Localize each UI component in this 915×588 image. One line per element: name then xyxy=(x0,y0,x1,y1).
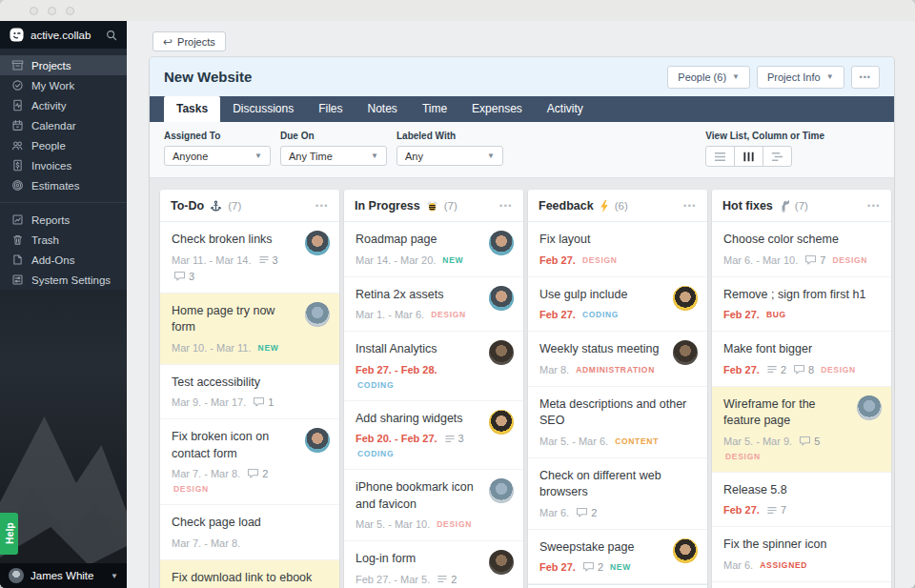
board-column-hot-fixes: Hot fixes(7)•••Choose color schemeMar 6.… xyxy=(712,190,891,588)
task-card[interactable]: iPhone bookmark icon and faviconMar 5. -… xyxy=(344,470,523,541)
task-meta: Mar 8.ADMINISTRATION xyxy=(539,364,663,375)
task-title: iPhone bookmark icon and favicon xyxy=(356,479,479,513)
sidebar-item-activity[interactable]: Activity xyxy=(0,95,127,115)
project-info-button[interactable]: Project Info▼ xyxy=(757,66,844,89)
task-card[interactable]: Remove ; sign from first h1Feb 27.BUG xyxy=(712,277,891,333)
sidebar-item-people[interactable]: People xyxy=(0,135,127,155)
sidebar-item-add-ons[interactable]: Add-Ons xyxy=(0,250,127,270)
task-meta: Mar 7. - Mar 8.2DESIGN xyxy=(172,468,295,494)
avatar xyxy=(305,231,330,255)
task-card[interactable]: Log-in formFeb 27. - Mar 5.2CODING xyxy=(344,541,523,588)
task-card[interactable]: Fix layoutFeb 27.DESIGN xyxy=(528,222,707,277)
task-card[interactable]: Weekly status meetingMar 8.ADMINISTRATIO… xyxy=(528,332,707,387)
user-menu[interactable]: James White ▼ xyxy=(0,563,127,588)
settings-icon xyxy=(11,274,24,286)
main-content: ↩ Projects New Website People (6)▼ Proje… xyxy=(127,21,915,588)
task-title: Add sharing widgets xyxy=(356,411,479,428)
back-to-projects-button[interactable]: ↩ Projects xyxy=(152,31,226,51)
task-card[interactable]: Install AnalyticsFeb 27. - Feb 28.CODING xyxy=(344,332,523,401)
sidebar-item-system-settings[interactable]: System Settings xyxy=(0,270,127,290)
tab-tasks[interactable]: Tasks xyxy=(164,96,220,122)
sidebar-item-calendar[interactable]: Calendar xyxy=(0,115,127,135)
task-card[interactable]: Spelling errors in blog postMar 24. - Ma… xyxy=(712,582,891,588)
task-meta: Mar 10. - Mar 11.NEW xyxy=(172,342,295,354)
chevron-down-icon: ▼ xyxy=(487,152,495,160)
tab-expenses[interactable]: Expenses xyxy=(459,96,535,122)
comment-count: 2 xyxy=(262,468,268,479)
task-label: CODING xyxy=(357,449,394,458)
task-meta: Feb 27.2NEW xyxy=(539,561,663,573)
task-card[interactable]: Sweepstake pageFeb 27.2NEW xyxy=(528,530,707,585)
task-dates: Mar 11. - Mar 14. xyxy=(172,254,252,266)
task-card[interactable]: Check on different web browsersMar 6.2 xyxy=(528,458,707,530)
sidebar-item-invoices[interactable]: Invoices xyxy=(0,155,127,175)
column-more-icon[interactable]: ••• xyxy=(499,201,513,211)
window-control-icon[interactable] xyxy=(66,7,74,15)
task-card[interactable]: Meta descriptions and other SEOMar 5. - … xyxy=(528,387,707,458)
column-more-icon[interactable]: ••• xyxy=(867,201,881,211)
my-work-icon xyxy=(11,79,24,91)
chevron-down-icon: ▼ xyxy=(111,572,118,580)
task-label: ADMINISTRATION xyxy=(576,365,655,375)
sidebar-item-reports[interactable]: Reports xyxy=(0,210,127,230)
add-task-button[interactable]: + Add a task xyxy=(528,584,707,588)
help-tab[interactable]: Help xyxy=(0,513,18,555)
task-card[interactable]: Retina 2x assetsMar 1. - Mar 6.DESIGN xyxy=(344,277,523,333)
comment-count: 2 xyxy=(591,507,597,518)
tab-time[interactable]: Time xyxy=(410,96,459,122)
comment-count: 3 xyxy=(189,271,194,282)
tab-files[interactable]: Files xyxy=(306,96,355,122)
task-card[interactable]: Choose color schemeMar 6. - Mar 10.7DESI… xyxy=(712,222,891,277)
window-control-icon[interactable] xyxy=(30,7,38,15)
sidebar-nav: ProjectsMy WorkActivityCalendarPeopleInv… xyxy=(0,49,127,290)
checklist-count: 2 xyxy=(451,574,457,585)
task-card[interactable]: Release 5.8Feb 27.7 xyxy=(712,473,891,528)
page-title: New Website xyxy=(164,69,661,85)
projects-icon xyxy=(11,59,24,71)
task-card[interactable]: Use gulp includeFeb 27.CODING xyxy=(528,277,707,333)
tab-activity[interactable]: Activity xyxy=(535,96,596,122)
task-card[interactable]: Add sharing widgetsFeb 20. - Feb 27.3COD… xyxy=(344,401,523,471)
task-dates: Mar 7. - Mar 8. xyxy=(172,468,240,479)
task-card[interactable]: Make font biggerFeb 27.28DESIGN xyxy=(712,332,891,387)
task-title: Release 5.8 xyxy=(723,482,880,499)
comment-icon xyxy=(253,396,265,408)
board-column-feedback: Feedback(6)•••Fix layoutFeb 27.DESIGNUse… xyxy=(528,190,707,588)
project-more-button[interactable]: ••• xyxy=(851,66,880,89)
task-card[interactable]: Check broken linksMar 11. - Mar 14.33 xyxy=(160,222,339,294)
search-icon[interactable] xyxy=(106,30,117,41)
task-card[interactable]: Check page loadMar 7. - Mar 8. xyxy=(160,505,339,560)
task-card[interactable]: Fix broken icon on contact formMar 7. - … xyxy=(160,419,339,505)
task-card[interactable]: Test accessibilityMar 9. - Mar 17.1 xyxy=(160,365,339,420)
task-card[interactable]: Wireframe for the feature pageMar 5. - M… xyxy=(712,387,891,473)
avatar xyxy=(673,286,698,311)
sidebar-item-trash[interactable]: Trash xyxy=(0,230,127,250)
due-on-select[interactable]: Any Time▼ xyxy=(280,146,387,166)
project-header: New Website People (6)▼ Project Info▼ ••… xyxy=(150,57,894,96)
comment-icon xyxy=(582,561,595,573)
assigned-to-select[interactable]: Anyone▼ xyxy=(164,146,271,166)
sidebar-divider xyxy=(0,202,127,203)
task-card[interactable]: Fix the spinner iconMar 6.ASSIGNED xyxy=(712,527,891,582)
sidebar-item-projects[interactable]: Projects xyxy=(0,55,127,75)
sidebar-item-estimates[interactable]: Estimates xyxy=(0,175,127,195)
tab-notes[interactable]: Notes xyxy=(356,96,410,122)
avatar xyxy=(9,568,24,583)
task-card[interactable]: Fix download link to ebookFeb 27.BUG xyxy=(160,560,339,588)
task-label: DESIGN xyxy=(431,310,466,319)
timeline-view-button[interactable] xyxy=(762,146,792,167)
sidebar-item-my-work[interactable]: My Work xyxy=(0,75,127,95)
list-view-button[interactable] xyxy=(705,146,735,167)
people-button[interactable]: People (6)▼ xyxy=(667,66,750,89)
labeled-with-select[interactable]: Any▼ xyxy=(396,146,503,166)
task-title: Check page load xyxy=(172,515,328,532)
comment-count: 8 xyxy=(808,364,814,375)
sidebar-item-label: People xyxy=(31,140,66,152)
task-card[interactable]: Home page try now formMar 10. - Mar 11.N… xyxy=(160,294,339,365)
column-more-icon[interactable]: ••• xyxy=(683,201,697,211)
task-card[interactable]: Roadmap pageMar 14. - Mar 20.NEW xyxy=(344,222,523,277)
column-view-button[interactable] xyxy=(734,146,763,167)
tab-discussions[interactable]: Discussions xyxy=(220,96,306,122)
column-more-icon[interactable]: ••• xyxy=(315,201,329,211)
window-control-icon[interactable] xyxy=(48,7,56,15)
